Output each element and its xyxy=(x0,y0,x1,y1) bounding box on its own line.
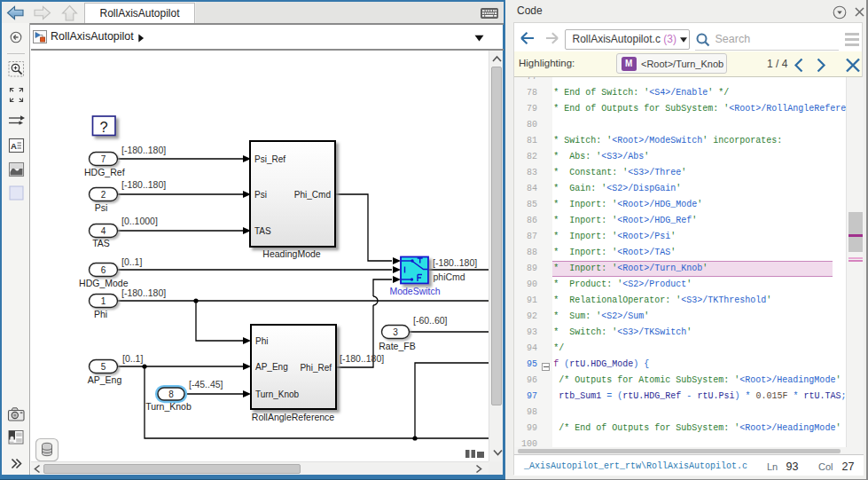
svg-text:[-180..180]: [-180..180] xyxy=(340,353,384,364)
svg-text:Psi_Ref: Psi_Ref xyxy=(254,154,285,164)
svg-text:HDG_Ref: HDG_Ref xyxy=(84,167,125,177)
svg-text:AP_Eng: AP_Eng xyxy=(88,374,122,385)
svg-text:[-180..180]: [-180..180] xyxy=(121,287,166,298)
svg-text:[0..1]: [0..1] xyxy=(121,256,142,267)
svg-text:HeadingMode: HeadingMode xyxy=(262,248,321,259)
svg-text:Psi: Psi xyxy=(254,190,267,200)
svg-text:[0..1]: [0..1] xyxy=(122,353,143,364)
svg-text:2: 2 xyxy=(101,190,106,200)
svg-text:Rate_FB: Rate_FB xyxy=(379,341,415,351)
svg-text:3: 3 xyxy=(393,327,398,337)
svg-text:5: 5 xyxy=(101,362,106,372)
svg-text:RollAngleReference: RollAngleReference xyxy=(252,412,335,422)
svg-text:Turn_Knob: Turn_Knob xyxy=(145,401,192,412)
svg-text:TAS: TAS xyxy=(92,238,110,248)
svg-text:Phi: Phi xyxy=(255,336,268,346)
svg-text:TAS: TAS xyxy=(254,226,271,236)
svg-text:[-180..180]: [-180..180] xyxy=(433,257,477,268)
svg-text:[0..1000]: [0..1000] xyxy=(121,216,158,226)
svg-text:6: 6 xyxy=(101,265,106,275)
svg-text:[-180..180]: [-180..180] xyxy=(121,145,166,155)
svg-text:?: ? xyxy=(99,119,107,135)
svg-text:Psi: Psi xyxy=(95,202,108,213)
svg-text:7: 7 xyxy=(101,154,106,164)
svg-text:phiCmd: phiCmd xyxy=(434,271,465,282)
svg-text:Phi_Cmd: Phi_Cmd xyxy=(294,190,331,200)
svg-text:1: 1 xyxy=(101,296,106,306)
svg-text:[-60..60]: [-60..60] xyxy=(413,315,448,326)
svg-text:A: A xyxy=(11,141,17,151)
svg-text:Phi_Ref: Phi_Ref xyxy=(300,363,332,373)
svg-text:[-45..45]: [-45..45] xyxy=(189,379,223,390)
svg-text:4: 4 xyxy=(101,226,106,236)
svg-text:ModeSwitch: ModeSwitch xyxy=(389,286,440,296)
svg-text:[-180..180]: [-180..180] xyxy=(121,179,166,190)
svg-text:Turn_Knob: Turn_Knob xyxy=(255,390,300,399)
svg-text:AP_Eng: AP_Eng xyxy=(255,362,288,372)
svg-text:Phi: Phi xyxy=(94,309,107,319)
svg-text:8: 8 xyxy=(168,390,174,399)
